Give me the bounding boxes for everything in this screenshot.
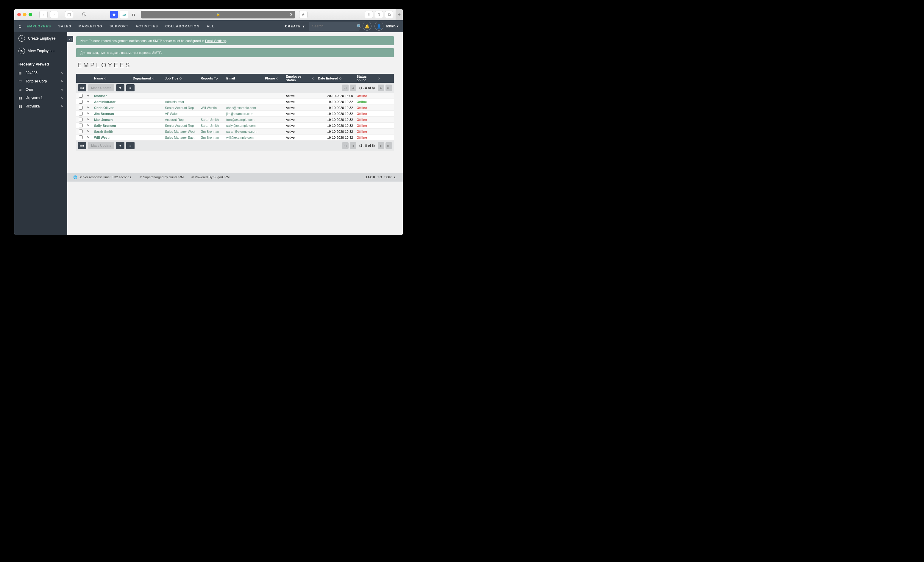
create-menu[interactable]: CREATE ▾ [285,24,305,28]
reports-to-link[interactable]: Jim Brennan [201,136,219,139]
close-window-icon[interactable] [17,13,21,16]
reload-icon[interactable]: ⟳ [290,12,292,16]
row-checkbox[interactable] [79,135,83,139]
nav-item-all[interactable]: ALL [207,24,214,28]
nav-back-button[interactable]: ‹ [39,11,48,18]
maximize-window-icon[interactable] [28,13,32,16]
extension-icon-2[interactable]: æ [120,11,128,18]
row-checkbox[interactable] [79,112,83,115]
edit-row-icon[interactable]: ✎ [85,130,92,133]
employee-name-link[interactable]: Will Westin [94,136,111,139]
select-menu-button[interactable]: ▭▾ [78,84,86,91]
edit-icon[interactable]: ✎ [61,105,63,108]
home-icon[interactable]: ⌂ [18,24,21,29]
nav-item-employees[interactable]: EMPLOYEES [27,24,51,28]
collapse-sidebar-button[interactable]: ◁ [67,36,73,42]
col-online[interactable]: Status online◇ [355,75,382,82]
share-button[interactable]: ⇪ [375,11,383,18]
col-job-title[interactable]: Job Title◇ [163,76,199,80]
bookmark-button[interactable]: ★ [299,11,308,18]
employee-name-link[interactable]: Chris Olliver [94,106,113,109]
page-next-button[interactable]: ▶ [378,84,384,91]
sidebar-toggle-button[interactable]: ◫ [65,11,73,18]
col-date[interactable]: Date Entered◇ [316,76,355,80]
job-title-link[interactable]: VP Sales [165,112,178,115]
employee-name-link[interactable]: Sarah Smith [94,130,113,133]
row-checkbox[interactable] [79,123,83,127]
tabs-button[interactable]: ⧉ [385,11,393,18]
page-first-button[interactable]: ⏮ [342,142,349,149]
search-box[interactable]: 🔍 [309,22,360,31]
nav-item-collaboration[interactable]: COLLABORATION [165,24,200,28]
edit-row-icon[interactable]: ✎ [85,106,92,109]
edit-icon[interactable]: ✎ [61,80,63,83]
email-link[interactable]: sarah@example.com [226,130,257,133]
row-checkbox[interactable] [79,106,83,109]
edit-icon[interactable]: ✎ [61,88,63,91]
col-name[interactable]: Name◇ [92,76,131,80]
email-link[interactable]: jim@example.com [226,112,254,115]
download-button[interactable]: ⬇ [364,11,373,18]
job-title-link[interactable]: Administrator [165,100,184,103]
columns-button[interactable]: ≡ [126,84,135,91]
page-prev-button[interactable]: ◀ [350,142,356,149]
columns-button[interactable]: ≡ [126,142,135,149]
edit-row-icon[interactable]: ✎ [85,118,92,121]
search-icon[interactable]: 🔍 [357,24,362,28]
new-tab-button[interactable]: + [396,9,403,20]
nav-item-sales[interactable]: SALES [58,24,72,28]
reports-to-link[interactable]: Jim Brennan [201,130,219,133]
recent-item[interactable]: ▦Счет✎ [14,85,67,94]
nav-item-activities[interactable]: ACTIVITIES [136,24,158,28]
filter-button[interactable]: ▼ [116,142,124,149]
edit-icon[interactable]: ✎ [61,96,63,100]
page-last-button[interactable]: ⏭ [386,142,392,149]
reports-to-link[interactable]: Will Westin [201,106,217,109]
email-link[interactable]: will@example.com [226,136,254,139]
employee-name-link[interactable]: Administrator [94,100,116,103]
row-checkbox[interactable] [79,118,83,121]
select-menu-button[interactable]: ▭▾ [78,142,86,149]
page-prev-button[interactable]: ◀ [350,84,356,91]
reports-to-link[interactable]: Sarah Smith [201,118,219,121]
email-link[interactable]: chris@example.com [226,106,256,109]
nav-forward-button[interactable]: › [50,11,58,18]
filter-button[interactable]: ▼ [116,84,124,91]
employee-name-link[interactable]: Max Jensen [94,118,112,121]
job-title-link[interactable]: Senior Account Rep [165,124,194,127]
recent-item[interactable]: 🛡Tortoise Corp✎ [14,77,67,85]
minimize-window-icon[interactable] [23,13,27,16]
notifications-button[interactable]: 🔔 [363,22,372,31]
url-bar[interactable]: 🔒 ⟳ [141,11,295,18]
user-avatar-icon[interactable]: 👤 [375,22,383,31]
recent-item[interactable]: ▮▮Игрушка 1✎ [14,94,67,102]
edit-row-icon[interactable]: ✎ [85,124,92,127]
page-last-button[interactable]: ⏭ [386,84,392,91]
row-checkbox[interactable] [79,94,83,97]
recent-item[interactable]: ▮▮Игрушка✎ [14,102,67,111]
col-phone[interactable]: Phone◇ [263,76,284,80]
search-input[interactable] [312,24,357,28]
row-checkbox[interactable] [79,100,83,103]
reports-to-link[interactable]: Sarah Smith [201,124,219,127]
nav-item-marketing[interactable]: MARKETING [79,24,102,28]
extension-icon-1[interactable]: ◆ [110,11,118,18]
page-first-button[interactable]: ⏮ [342,84,349,91]
row-checkbox[interactable] [79,129,83,133]
employee-name-link[interactable]: Sally Bronsen [94,124,116,127]
recent-item[interactable]: ▦324235✎ [14,69,67,77]
edit-icon[interactable]: ✎ [61,72,63,75]
shield-icon[interactable]: ◘ [130,11,137,18]
edit-row-icon[interactable]: ✎ [85,100,92,103]
nav-item-support[interactable]: SUPPORT [110,24,129,28]
view-employees-link[interactable]: 👁 View Employees [14,45,67,57]
email-link[interactable]: tom@example.com [226,118,255,121]
employee-name-link[interactable]: Jim Brennan [94,112,114,115]
info-icon[interactable]: ⓘ [81,11,87,18]
employee-name-link[interactable]: testuser [94,94,107,97]
edit-row-icon[interactable]: ✎ [85,136,92,139]
edit-row-icon[interactable]: ✎ [85,94,92,97]
edit-row-icon[interactable]: ✎ [85,112,92,115]
page-next-button[interactable]: ▶ [378,142,384,149]
back-to-top-button[interactable]: BACK TO TOP ▲ [364,175,397,179]
